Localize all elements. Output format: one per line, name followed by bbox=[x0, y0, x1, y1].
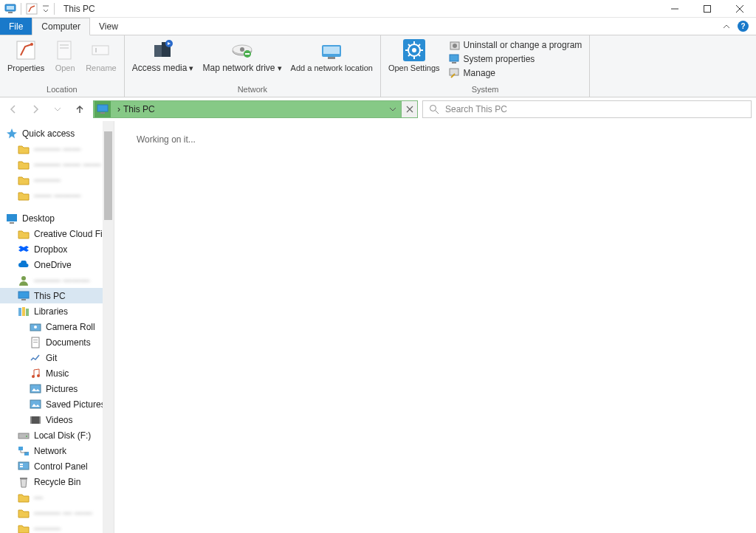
rename-button[interactable]: Rename bbox=[81, 37, 121, 85]
sidebar-item[interactable]: ——— bbox=[0, 172, 114, 188]
scrollbar[interactable] bbox=[103, 121, 114, 533]
up-button[interactable] bbox=[71, 100, 89, 118]
sidebar-item[interactable]: — bbox=[0, 489, 114, 505]
sidebar-camera-roll[interactable]: Camera Roll bbox=[0, 319, 114, 334]
sidebar-item[interactable]: ——— —— —— bbox=[0, 157, 114, 172]
svg-rect-54 bbox=[18, 433, 29, 439]
uninstall-button[interactable]: Uninstall or change a program bbox=[447, 38, 584, 52]
tab-file[interactable]: File bbox=[0, 18, 32, 35]
sidebar-creative-cloud[interactable]: Creative Cloud Files bbox=[0, 226, 114, 241]
open-settings-button[interactable]: Open Settings bbox=[384, 37, 444, 85]
folder-icon bbox=[18, 174, 30, 186]
close-button[interactable] bbox=[724, 0, 756, 18]
open-button[interactable]: Open bbox=[49, 37, 81, 85]
sidebar-this-pc[interactable]: This PC bbox=[0, 288, 114, 303]
map-drive-button[interactable]: Map network drive ▾ bbox=[198, 37, 286, 85]
svg-rect-59 bbox=[20, 464, 23, 465]
svg-rect-37 bbox=[18, 292, 29, 298]
svg-rect-19 bbox=[245, 53, 250, 55]
svg-point-17 bbox=[240, 47, 244, 52]
sidebar-git[interactable]: Git bbox=[0, 350, 114, 365]
manage-button[interactable]: Manage bbox=[447, 66, 584, 80]
sidebar-music[interactable]: Music bbox=[0, 365, 114, 381]
sidebar-control-panel[interactable]: Control Panel bbox=[0, 458, 114, 474]
tab-view[interactable]: View bbox=[90, 18, 127, 35]
separator bbox=[54, 3, 55, 15]
svg-rect-7 bbox=[58, 41, 71, 59]
sidebar-item[interactable]: ——— —— bbox=[0, 141, 114, 157]
svg-rect-38 bbox=[21, 299, 26, 300]
address-dropdown-icon[interactable] bbox=[385, 106, 401, 113]
status-text: Working on it... bbox=[137, 134, 196, 145]
picture-icon bbox=[30, 399, 41, 410]
sidebar-libraries[interactable]: Libraries bbox=[0, 303, 114, 319]
sidebar-documents[interactable]: Documents bbox=[0, 334, 114, 350]
folder-icon bbox=[18, 190, 30, 202]
svg-rect-39 bbox=[18, 308, 21, 316]
sidebar-dropbox[interactable]: Dropbox bbox=[0, 241, 114, 257]
sidebar-item[interactable]: —— ——— bbox=[0, 188, 114, 203]
maximize-button[interactable] bbox=[691, 0, 724, 18]
sidebar-network[interactable]: Network bbox=[0, 443, 114, 458]
sidebar-user[interactable]: ——— ——— bbox=[0, 272, 114, 288]
user-icon bbox=[18, 275, 30, 286]
svg-rect-31 bbox=[97, 105, 108, 111]
sidebar-saved-pictures[interactable]: Saved Pictures bbox=[0, 396, 114, 412]
search-box[interactable] bbox=[422, 100, 752, 118]
svg-rect-10 bbox=[92, 46, 109, 55]
forward-button[interactable] bbox=[27, 100, 44, 118]
pc-icon bbox=[94, 101, 111, 117]
navigation-pane[interactable]: Quick access ——— —— ——— —— —— ——— —— ———… bbox=[0, 121, 114, 533]
sidebar-desktop[interactable]: Desktop bbox=[0, 210, 114, 226]
sidebar-local-disk[interactable]: Local Disk (F:) bbox=[0, 427, 114, 443]
svg-point-48 bbox=[37, 374, 40, 377]
svg-rect-56 bbox=[18, 447, 23, 450]
minimize-button[interactable] bbox=[659, 0, 691, 18]
svg-point-43 bbox=[34, 326, 37, 329]
svg-rect-41 bbox=[26, 309, 29, 316]
svg-rect-60 bbox=[20, 466, 23, 467]
svg-rect-52 bbox=[30, 416, 32, 424]
search-input[interactable] bbox=[445, 104, 745, 114]
ribbon-group-location: Properties Open Rename Location bbox=[0, 35, 125, 97]
sidebar-quick-access[interactable]: Quick access bbox=[0, 125, 114, 141]
refresh-button[interactable] bbox=[401, 101, 417, 117]
qat-dropdown-icon[interactable] bbox=[42, 3, 49, 15]
collapse-ribbon-icon[interactable] bbox=[723, 23, 730, 30]
address-bar[interactable]: › This PC bbox=[93, 100, 418, 118]
sidebar-pictures[interactable]: Pictures bbox=[0, 381, 114, 396]
svg-rect-50 bbox=[30, 400, 41, 408]
svg-rect-8 bbox=[60, 44, 69, 46]
folder-icon bbox=[18, 143, 30, 155]
breadcrumb[interactable]: › This PC bbox=[111, 104, 161, 114]
folder-icon bbox=[18, 228, 30, 240]
sidebar-item[interactable]: ——— bbox=[0, 520, 114, 533]
qat-properties-icon[interactable] bbox=[26, 3, 38, 15]
video-icon bbox=[30, 414, 41, 426]
sidebar-recycle-bin[interactable]: Recycle Bin bbox=[0, 474, 114, 489]
sidebar-onedrive[interactable]: OneDrive bbox=[0, 257, 114, 272]
music-icon bbox=[30, 368, 41, 379]
ribbon: Properties Open Rename Location Access m… bbox=[0, 35, 756, 97]
camera-icon bbox=[30, 321, 41, 333]
body: Quick access ——— —— ——— —— —— ——— —— ———… bbox=[0, 121, 756, 533]
svg-rect-35 bbox=[10, 222, 14, 224]
access-media-button[interactable]: Access media ▾ bbox=[128, 37, 199, 85]
back-button[interactable] bbox=[4, 100, 22, 118]
document-icon bbox=[30, 337, 41, 348]
tab-computer[interactable]: Computer bbox=[32, 18, 90, 35]
svg-rect-40 bbox=[22, 307, 25, 316]
svg-rect-61 bbox=[20, 478, 27, 479]
svg-rect-11 bbox=[95, 48, 97, 52]
recent-dropdown-icon[interactable] bbox=[49, 100, 66, 118]
properties-button[interactable]: Properties bbox=[3, 37, 49, 85]
svg-rect-34 bbox=[7, 214, 17, 221]
sidebar-videos[interactable]: Videos bbox=[0, 412, 114, 427]
sidebar-item[interactable]: ——— — —— bbox=[0, 505, 114, 520]
help-icon[interactable]: ? bbox=[738, 21, 749, 32]
desktop-icon bbox=[6, 213, 18, 224]
svg-point-33 bbox=[430, 106, 436, 111]
system-properties-button[interactable]: System properties bbox=[447, 52, 584, 66]
network-icon bbox=[18, 445, 30, 457]
add-network-location-button[interactable]: Add a network location bbox=[286, 37, 377, 85]
